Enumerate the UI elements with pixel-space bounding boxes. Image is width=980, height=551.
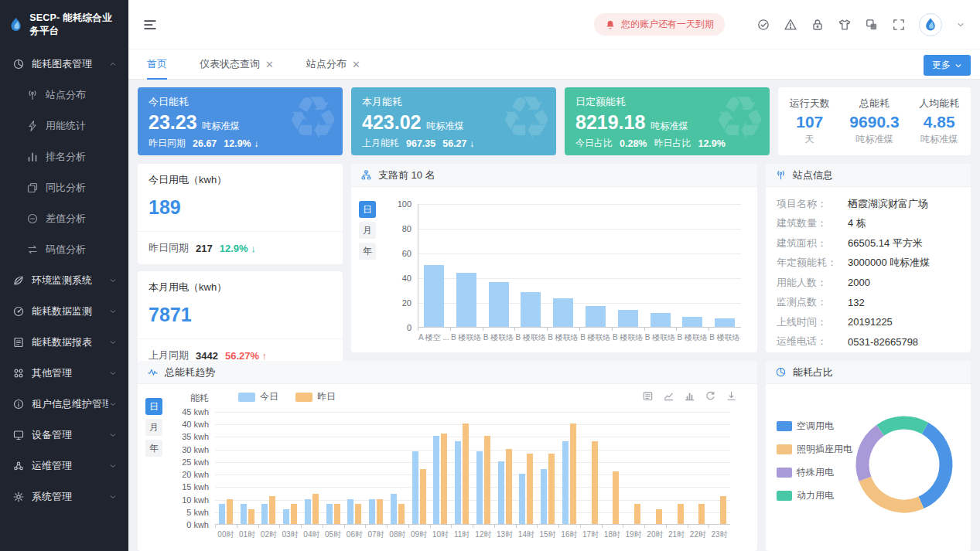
warning-icon[interactable] xyxy=(784,18,797,32)
user-avatar[interactable] xyxy=(919,13,942,36)
gear-icon xyxy=(12,491,25,503)
gridline xyxy=(418,204,741,205)
sidebar-item-label: 能耗数据报表 xyxy=(32,335,108,349)
ranking-icon xyxy=(26,151,39,163)
y-axis-tick: 45 kwh xyxy=(172,407,209,417)
kpi-card-2: 日定额能耗8219.18吨标准煤今日占比0.28%昨日占比12.9%♻ xyxy=(565,87,770,155)
donut-segment-2[interactable] xyxy=(862,430,880,479)
sidebar-item-8[interactable]: 系统管理 xyxy=(0,481,128,512)
gauge-check-icon[interactable] xyxy=(756,18,770,32)
legend-item-昨日[interactable]: 昨日 xyxy=(295,390,336,403)
divider xyxy=(138,231,343,232)
data-view-icon[interactable] xyxy=(642,390,654,402)
app-title: SECP- 能耗综合业务平台 xyxy=(29,12,121,38)
x-axis-tickmark xyxy=(430,525,431,528)
fullscreen-icon[interactable] xyxy=(892,18,906,32)
theme-icon[interactable] xyxy=(838,18,852,32)
trend-chart-plot xyxy=(215,412,730,525)
translate-icon[interactable] xyxy=(865,18,879,32)
donut-segment-3[interactable] xyxy=(880,423,925,430)
download-icon[interactable] xyxy=(726,390,737,402)
sidebar-subitem-label: 码值分析 xyxy=(46,243,118,257)
user-menu-chevron-icon[interactable] xyxy=(955,19,966,30)
bar xyxy=(291,504,297,524)
sidebar-subitem-2[interactable]: 排名分析 xyxy=(0,141,128,172)
sidebar-subitem-0[interactable]: 站点分布 xyxy=(0,80,128,111)
y-axis-tick: 0 xyxy=(382,323,411,332)
y-axis-tick: 20 kwh xyxy=(172,470,209,479)
sidebar-subitem-1[interactable]: 用能统计 xyxy=(0,111,128,141)
legend-item-2[interactable]: 特殊用电 xyxy=(777,466,852,479)
sidebar-item-7[interactable]: 运维管理 xyxy=(0,451,128,481)
pie-chart-icon xyxy=(775,366,787,378)
sidebar-subitem-4[interactable]: 差值分析 xyxy=(0,203,128,234)
tab-close-icon[interactable]: ✕ xyxy=(265,60,274,70)
y-axis-tick: 15 kwh xyxy=(172,482,209,491)
summary-item: 人均能耗4.85吨标准煤 xyxy=(919,97,959,146)
site-info-row: 建筑面积：66505.14 平方米 xyxy=(777,233,960,253)
legend-item-今日[interactable]: 今日 xyxy=(238,390,278,403)
pie-panel-header: 能耗占比 xyxy=(766,361,971,384)
period-toggle-年[interactable]: 年 xyxy=(359,243,376,260)
refresh-icon[interactable] xyxy=(705,390,716,402)
trend-panel-title: 总能耗趋势 xyxy=(165,366,215,379)
period-toggle-group: 日月年 xyxy=(145,398,162,457)
month-power-value: 7871 xyxy=(149,304,332,326)
period-toggle-group: 日月年 xyxy=(359,201,376,260)
lock-icon[interactable] xyxy=(811,18,825,32)
collapse-menu-icon[interactable] xyxy=(142,17,158,32)
legend-item-3[interactable]: 动力用电 xyxy=(777,489,852,502)
x-axis-label: B 楼联络 xyxy=(516,332,546,343)
sidebar-item-1[interactable]: 环境监测系统 xyxy=(0,265,128,296)
x-axis-tickmark xyxy=(215,525,216,528)
period-toggle-年[interactable]: 年 xyxy=(145,440,162,457)
line-chart-icon[interactable] xyxy=(663,390,674,402)
ops-icon xyxy=(12,460,25,472)
pie-legend: 空调用电照明插座用电特殊用电动力用电 xyxy=(777,420,852,502)
bar xyxy=(261,504,268,524)
sidebar-item-0[interactable]: 能耗图表管理 xyxy=(0,49,128,80)
branch-chart-body: 日月年100806040200A 楼空 ...B 楼联络B 楼联络B 楼联络B … xyxy=(351,187,757,352)
period-toggle-日[interactable]: 日 xyxy=(145,398,162,415)
x-axis-tickmark xyxy=(301,525,302,528)
sidebar-item-2[interactable]: 能耗数据监测 xyxy=(0,296,128,327)
legend-swatch xyxy=(777,444,792,454)
x-axis-label: 08时 xyxy=(389,529,405,540)
swap-icon xyxy=(26,243,39,256)
sidebar-item-3[interactable]: 能耗数据报表 xyxy=(0,327,128,358)
tab-0[interactable]: 首页 xyxy=(147,49,167,79)
x-axis-tickmark xyxy=(451,525,452,528)
sidebar-subitem-3[interactable]: 同比分析 xyxy=(0,172,128,203)
footer-percent: 56.27% ↑ xyxy=(225,350,267,362)
tab-close-icon[interactable]: ✕ xyxy=(352,60,360,70)
sidebar-item-5[interactable]: 租户信息维护管理 xyxy=(0,389,128,420)
bar xyxy=(433,436,439,524)
sidebar-subitem-5[interactable]: 码值分析 xyxy=(0,234,128,265)
donut-segment-0[interactable] xyxy=(921,428,946,502)
x-axis-label: 05时 xyxy=(325,529,341,540)
sidebar-item-label: 运维管理 xyxy=(32,459,108,473)
site-info-row: 年定额能耗：3000000 吨标准煤 xyxy=(777,253,960,274)
legend-item-1[interactable]: 照明插座用电 xyxy=(777,443,852,456)
x-axis-label: 15时 xyxy=(540,529,556,540)
period-toggle-月[interactable]: 月 xyxy=(359,222,376,239)
bar-chart-icon[interactable] xyxy=(684,390,695,402)
sidebar-item-4[interactable]: 其他管理 xyxy=(0,358,128,389)
bar xyxy=(412,451,418,524)
tab-2[interactable]: 站点分布✕ xyxy=(306,49,360,79)
site-info-row: 监测点数：132 xyxy=(777,293,960,313)
site-info-row: 项目名称：栖霞湖滨财富广场 xyxy=(777,194,960,214)
tab-label: 仪表状态查询 xyxy=(200,57,260,71)
bar xyxy=(347,499,353,524)
period-toggle-月[interactable]: 月 xyxy=(145,419,162,436)
trend-chart-body: 日月年能耗今日昨日45 kwh40 kwh35 kwh30 kwh25 kwh2… xyxy=(138,384,757,549)
flame-avatar-icon xyxy=(923,17,938,32)
x-axis-tickmark xyxy=(644,328,645,331)
tab-1[interactable]: 仪表状态查询✕ xyxy=(200,49,274,79)
sidebar-item-6[interactable]: 设备管理 xyxy=(0,420,128,451)
donut-segment-1[interactable] xyxy=(865,479,921,506)
period-toggle-日[interactable]: 日 xyxy=(359,201,376,218)
y-axis-name: 能耗 xyxy=(170,392,209,405)
more-button[interactable]: 更多 xyxy=(924,55,971,76)
legend-item-0[interactable]: 空调用电 xyxy=(777,420,852,433)
